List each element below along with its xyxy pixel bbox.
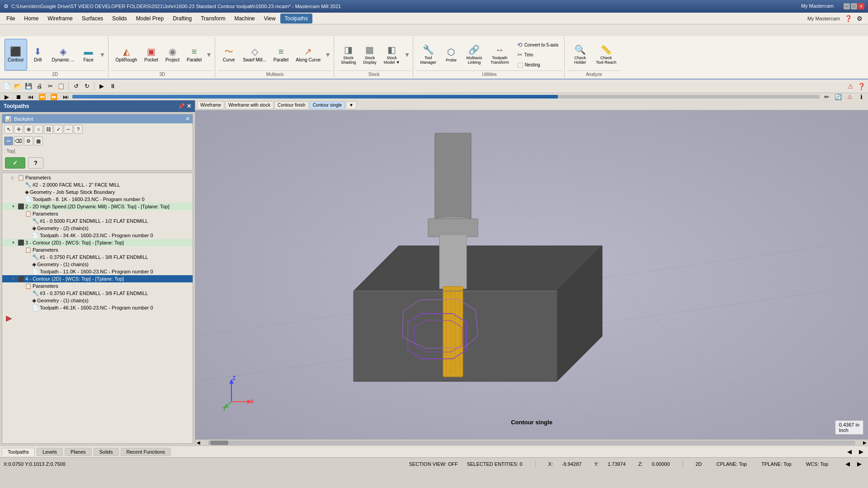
stock-shading-button[interactable]: ◨ StockShading	[338, 39, 359, 70]
dynamic-button[interactable]: ◈ Dynamic ...	[49, 39, 78, 70]
menu-file[interactable]: File	[2, 14, 19, 23]
help-icon[interactable]: ❓	[844, 15, 852, 22]
pocket-button[interactable]: ▣ Pocket	[141, 39, 161, 70]
panel-close-icon[interactable]: ✕	[187, 103, 191, 109]
bp-dash-icon[interactable]: ─	[64, 125, 73, 134]
settings-icon[interactable]: ⚙	[857, 15, 863, 22]
project-button[interactable]: ◉ Project	[162, 39, 183, 70]
bp-chain-icon[interactable]: ⛓	[44, 125, 53, 134]
check-tool-reach-button[interactable]: 📏 CheckTool Reach	[593, 39, 619, 70]
scroll-left-btn[interactable]: ◀	[195, 440, 202, 445]
tree-item-face-mill[interactable]: 🔧 #2 - 2.0000 FACE MILL - 2" FACE MILL	[2, 181, 193, 188]
menu-model-prep[interactable]: Model Prep	[132, 14, 168, 23]
backplot-help-button[interactable]: ?	[28, 157, 43, 169]
copy-icon[interactable]: 📋	[56, 81, 66, 91]
backplot-close-icon[interactable]: ✕	[185, 116, 190, 122]
undo-icon[interactable]: ↺	[71, 81, 81, 91]
optirrough-button[interactable]: ◭ OptiRough	[112, 39, 140, 70]
menu-wireframe[interactable]: Wireframe	[43, 14, 77, 23]
tab-recent-functions[interactable]: Recent Functions	[121, 448, 171, 456]
contour-finish-button[interactable]: Contour finish	[274, 101, 309, 109]
2d-expand-icon[interactable]: ▼	[99, 51, 106, 58]
tree-item-params-3[interactable]: 📋 Parameters	[2, 246, 193, 253]
drill-button[interactable]: ⬇ Drill	[28, 39, 48, 70]
multiaxis-linking-button[interactable]: 🔗 MultiaxisLinking	[463, 39, 486, 70]
parallel-ma-button[interactable]: ≡ Parallel	[270, 39, 292, 70]
tree-item-params-2[interactable]: 📋 Parameters	[2, 210, 193, 217]
tree-item-flat-38-3[interactable]: 🔧 #3 - 0.3750 FLAT ENDMILL - 3/8 FLAT EN…	[2, 290, 193, 297]
tree-item-op2[interactable]: ▼ ⬛ 2 - 2D High Speed (2D Dynamic Mill) …	[2, 203, 193, 210]
tree-item-tp-2[interactable]: 📄 Toolpath - 34.4K - 1600-23.NC - Progra…	[2, 232, 193, 239]
alert-icon[interactable]: ⚠	[845, 81, 855, 91]
toggle-panel-icon[interactable]: ▶	[97, 81, 107, 91]
multiaxis-expand-icon[interactable]: ▼	[325, 51, 331, 58]
tree-item-tp-4[interactable]: 📄 Toolpath - 46.1K - 1600-23.NC - Progra…	[2, 304, 193, 311]
bp-pencil-icon[interactable]: ✏	[4, 136, 13, 145]
menu-surfaces[interactable]: Surfaces	[77, 14, 108, 23]
tree-item-tp-3[interactable]: 📄 Toolpath - 11.0K - 1600-23.NC - Progra…	[2, 268, 193, 275]
menu-view[interactable]: View	[259, 14, 280, 23]
probe-button[interactable]: ⬡ Probe	[441, 39, 461, 70]
bp-help-small-icon[interactable]: ?	[74, 125, 83, 134]
tree-item-parameters-1[interactable]: ▷ 📋 Parameters	[2, 174, 193, 181]
progress-track[interactable]	[72, 95, 820, 99]
contour-button[interactable]: ⬛ Contour	[5, 39, 27, 70]
play-triangle-icon[interactable]: ▶	[6, 313, 12, 323]
open-file-icon[interactable]: 📂	[13, 81, 23, 91]
menu-transform[interactable]: Transform	[196, 14, 230, 23]
bp-table-icon[interactable]: ▦	[34, 136, 43, 145]
status-btn-2[interactable]: ▶	[854, 459, 864, 469]
close-button[interactable]: ✕	[858, 3, 864, 9]
nesting-button[interactable]: ⬚ Nesting	[514, 60, 562, 70]
new-file-icon[interactable]: 📄	[2, 81, 12, 91]
menu-machine[interactable]: Machine	[230, 14, 259, 23]
bp-arrow-icon[interactable]: ↖	[4, 125, 13, 134]
stock-expand-icon[interactable]: ▼	[404, 51, 410, 58]
tree-item-params-4[interactable]: 📋 Parameters	[2, 282, 193, 290]
curve-button[interactable]: 〜 Curve	[219, 39, 239, 70]
stock-display-button[interactable]: ▦ StockDisplay	[360, 39, 380, 70]
tree-item-geometry-stock[interactable]: ◈ Geometry - Job Setup Stock Boundary	[2, 188, 193, 196]
face-button[interactable]: ▬ Face	[79, 39, 99, 70]
tree-item-geo-1chain-4[interactable]: ◈ Geometry - (1) chain(s)	[2, 297, 193, 304]
parallel-button[interactable]: ≡ Parallel	[184, 39, 205, 70]
menu-toolpaths[interactable]: Toolpaths	[280, 14, 312, 23]
bp-check-icon[interactable]: ✓	[54, 125, 63, 134]
toolpath-transform-button[interactable]: ↔ ToolpathTransform	[487, 39, 512, 70]
panel-pin-icon[interactable]: 📌	[178, 103, 185, 109]
pause-icon[interactable]: ⏸	[108, 81, 118, 91]
cut-icon[interactable]: ✂	[45, 81, 55, 91]
menu-solids[interactable]: Solids	[108, 14, 132, 23]
tree-item-flat-1[interactable]: 🔧 #1 - 0.5000 FLAT ENDMILL - 1/2 FLAT EN…	[2, 217, 193, 225]
minimize-button[interactable]: ─	[844, 3, 850, 9]
tree-item-op3[interactable]: ▼ ⬛ 3 - Contour (2D) - [WCS: Top] - [Tpl…	[2, 239, 193, 246]
view-options-button[interactable]: ▼	[346, 101, 357, 109]
scroll-left-icon[interactable]: ◀	[844, 447, 854, 457]
stock-model-button[interactable]: ◧ StockModel ▼	[381, 39, 403, 70]
tree-item-geo-chains[interactable]: ◈ Geometry - (2) chain(s)	[2, 225, 193, 232]
menu-drafting[interactable]: Drafting	[168, 14, 196, 23]
menu-home[interactable]: Home	[19, 14, 43, 23]
tree-item-toolpath-1[interactable]: 📄 Toolpath - 8. 1K - 1600-23.NC - Progra…	[2, 196, 193, 203]
scroll-right-icon[interactable]: ▶	[856, 447, 866, 457]
bp-eraser-icon[interactable]: ⌫	[14, 136, 23, 145]
status-btn-1[interactable]: ◀	[843, 459, 853, 469]
3d-expand-icon[interactable]: ▼	[206, 51, 212, 58]
bp-node-icon[interactable]: ○	[34, 125, 43, 134]
bp-cross-icon[interactable]: ✛	[14, 125, 23, 134]
wireframe-view-button[interactable]: Wireframe	[197, 101, 224, 109]
trim-button[interactable]: ✂ Trim	[514, 50, 562, 60]
swarf-button[interactable]: ◇ Swarf Mill...	[240, 39, 269, 70]
print-icon[interactable]: 🖨	[34, 81, 44, 91]
backplot-ok-button[interactable]: ✓	[5, 157, 25, 169]
redo-icon[interactable]: ↻	[82, 81, 92, 91]
check-holder-button[interactable]: 🔍 CheckHolder	[568, 39, 592, 70]
tab-planes[interactable]: Planes	[65, 448, 92, 456]
h-scrollbar[interactable]: ◀ ▶	[195, 439, 868, 446]
scroll-right-btn[interactable]: ▶	[862, 440, 868, 445]
tab-toolpaths[interactable]: Toolpaths	[2, 448, 35, 456]
save-file-icon[interactable]: 💾	[24, 81, 33, 91]
tab-levels[interactable]: Levels	[37, 448, 63, 456]
viewport[interactable]: Wireframe Wireframe with stock Contour f…	[195, 100, 868, 446]
question-icon[interactable]: ❓	[856, 81, 866, 91]
